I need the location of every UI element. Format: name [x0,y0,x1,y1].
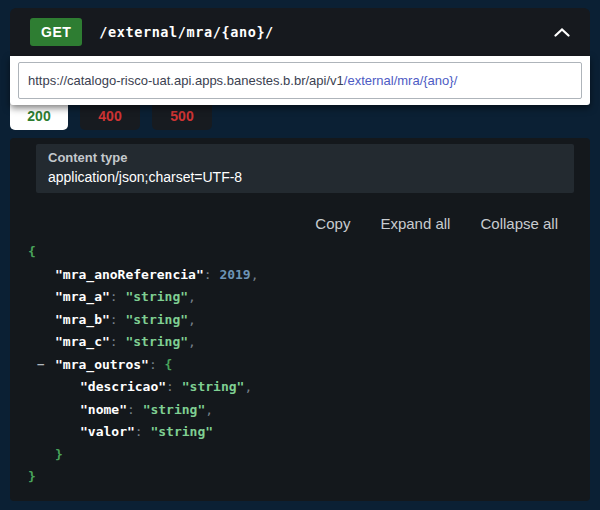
code-token-str: "string" [182,379,245,394]
code-token-punct: : [110,334,126,349]
response-json-body: {"mra_anoReferencia": 2019,"mra_a": "str… [28,241,574,489]
code-token-punct: , [188,312,196,327]
code-line: } [28,444,574,467]
code-token-punct: , [188,289,196,304]
code-token-punct: , [205,402,213,417]
code-token-brace: { [28,244,36,259]
code-token-num: 2019 [219,267,250,282]
request-url-base: https://catalogo-risco-uat.api.apps.bane… [28,73,344,88]
code-line: { [28,241,574,264]
code-token-key: "mra_outros" [55,357,149,372]
chevron-up-icon[interactable] [554,28,570,37]
request-url-endpoint: /external/mra/{ano}/ [344,73,457,88]
code-token-key: "valor" [80,424,135,439]
endpoint-path: /external/mra/{ano}/ [99,24,274,40]
code-token-brace: } [55,447,63,462]
code-token-str: "string" [150,424,213,439]
code-token-str: "string" [143,402,206,417]
content-type-value: application/json;charset=UTF-8 [48,167,562,188]
code-line: "mra_c": "string", [28,331,574,354]
code-token-punct: : [110,312,126,327]
code-token-punct: : [127,402,143,417]
code-line: "nome": "string", [28,399,574,422]
code-token-key: "mra_anoReferencia" [55,267,204,282]
code-token-punct: : [204,267,220,282]
http-method-badge: GET [30,18,82,46]
operation-block: GET /external/mra/{ano}/ https://catalog… [10,8,590,501]
code-token-str: "string" [125,312,188,327]
content-type-box: Content type application/json;charset=UT… [36,144,574,193]
code-token-key: "mra_a" [55,289,110,304]
body-actions: Copy Expand all Collapse all [28,215,574,232]
operation-header[interactable]: GET /external/mra/{ano}/ [10,8,590,56]
expand-all-button[interactable]: Expand all [380,215,450,232]
code-token-punct: , [251,267,259,282]
code-line: "mra_b": "string", [28,309,574,332]
request-url-input[interactable]: https://catalogo-risco-uat.api.apps.bane… [18,62,582,99]
collapse-node-icon[interactable]: − [37,354,45,377]
code-token-punct: : [166,379,182,394]
code-token-brace: } [28,469,36,484]
code-token-str: "string" [125,334,188,349]
response-panel: Content type application/json;charset=UT… [10,138,590,501]
code-token-key: "mra_c" [55,334,110,349]
code-token-punct: , [188,334,196,349]
code-line: } [28,466,574,489]
code-line: "mra_a": "string", [28,286,574,309]
collapse-all-button[interactable]: Collapse all [480,215,558,232]
code-token-punct: , [244,379,252,394]
request-url-panel: https://catalogo-risco-uat.api.apps.bane… [10,56,590,105]
code-token-punct: : [149,357,165,372]
code-line: −"mra_outros": { [28,354,574,377]
code-token-str: "string" [125,289,188,304]
code-token-punct: : [135,424,151,439]
code-token-brace: { [165,357,173,372]
code-token-key: "descricao" [80,379,166,394]
code-line: "mra_anoReferencia": 2019, [28,264,574,287]
content-type-label: Content type [48,149,562,167]
code-line: "descricao": "string", [28,376,574,399]
code-line: "valor": "string" [28,421,574,444]
code-token-punct: : [110,289,126,304]
copy-button[interactable]: Copy [315,215,350,232]
code-token-key: "mra_b" [55,312,110,327]
code-token-key: "nome" [80,402,127,417]
